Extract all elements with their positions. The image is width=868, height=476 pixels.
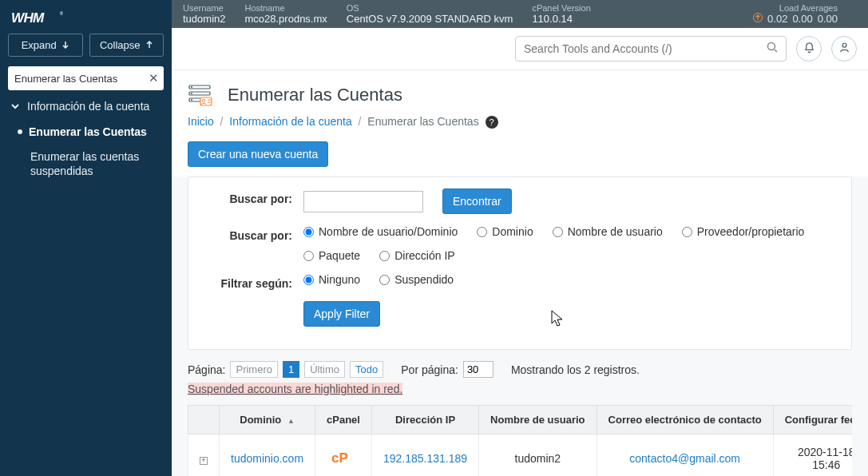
chevron-down-icon: [11, 100, 21, 113]
list-accounts-icon: [188, 83, 216, 107]
expand-label: Expand: [22, 39, 57, 51]
collapse-label: Collapse: [100, 39, 141, 51]
records-count-text: Mostrando los 2 registros.: [511, 363, 640, 376]
bell-icon: [803, 42, 815, 57]
svg-point-9: [191, 93, 192, 94]
sidebar-item-list-accounts[interactable]: Enumerar las Cuentas: [0, 119, 172, 145]
table-row: + tudominio.com cP 192.185.131.189 tudom…: [188, 434, 853, 477]
info-os: OS CentOS v7.9.2009 STANDARD kvm: [347, 3, 513, 25]
quick-search[interactable]: [515, 36, 787, 61]
domain-link[interactable]: tudominio.com: [231, 452, 303, 465]
user-menu-button[interactable]: [831, 36, 857, 61]
search-for-label: Buscar por:: [200, 188, 303, 205]
sidebar-search-input[interactable]: [14, 73, 149, 85]
sidebar-category-label: Información de la cuenta: [27, 100, 149, 113]
filter-by-label: Filtrar según:: [200, 273, 303, 290]
notifications-button[interactable]: [796, 36, 822, 61]
col-cpanel[interactable]: cPanel: [315, 406, 372, 434]
radio-ip[interactable]: Dirección IP: [379, 249, 454, 262]
pagination-bar: Página: Primero 1 Último Todo Por página…: [172, 350, 868, 400]
page-header: Enumerar las Cuentas: [172, 70, 868, 112]
cell-setup-date: 2020-11-18 15:46: [773, 434, 852, 477]
svg-text:cP: cP: [331, 450, 348, 466]
breadcrumb: Inicio / Información de la cuenta / Enum…: [172, 112, 868, 141]
email-link[interactable]: contacto4@gmail.com: [629, 452, 740, 465]
page-label: Página:: [188, 363, 225, 376]
svg-point-4: [842, 43, 846, 47]
arrow-up-icon: [145, 39, 153, 51]
svg-point-10: [191, 99, 192, 101]
search-icon[interactable]: [767, 42, 778, 56]
radio-user-domain[interactable]: Nombre de usuario/Dominio: [303, 225, 458, 238]
apply-filter-button[interactable]: Apply Filter: [303, 301, 380, 327]
sidebar: WHM ® Expand Collapse ✕: [0, 0, 172, 476]
sidebar-item-label: Enumerar las cuentas suspendidas: [30, 150, 139, 177]
info-hostname: Hostname mco28.prodns.mx: [244, 3, 327, 25]
search-by-label: Buscar por:: [200, 225, 303, 242]
radio-package[interactable]: Paquete: [303, 249, 360, 262]
page-1-button[interactable]: 1: [283, 361, 299, 378]
cell-user: tudomin2: [479, 434, 597, 477]
info-cpanel-version: cPanel Version 110.0.14: [532, 3, 590, 25]
info-username: Username tudomin2: [183, 3, 225, 25]
radio-filter-suspended[interactable]: Suspendido: [379, 273, 454, 286]
info-load-averages: Load Averages 0.02 0.00 0.00: [753, 3, 838, 25]
svg-text:WHM: WHM: [11, 10, 45, 26]
radio-domain[interactable]: Dominio: [477, 225, 533, 238]
search-filter-panel: Buscar por: Encontrar Buscar por: Nombre…: [188, 177, 852, 350]
expand-button[interactable]: Expand: [8, 34, 83, 57]
ip-link[interactable]: 192.185.131.189: [383, 452, 467, 465]
col-domain[interactable]: Dominio ▲: [220, 406, 315, 434]
sidebar-search[interactable]: ✕: [8, 66, 164, 90]
user-icon: [838, 42, 850, 57]
clear-search-icon[interactable]: ✕: [149, 71, 159, 85]
server-info-bar: Username tudomin2 Hostname mco28.prodns.…: [172, 0, 868, 28]
suspended-note: Suspended accounts are highlighted in re…: [188, 383, 402, 395]
page-first-button[interactable]: Primero: [230, 361, 278, 378]
svg-point-3: [768, 43, 775, 50]
help-icon[interactable]: ?: [486, 116, 498, 129]
accounts-table: Dominio ▲ cPanel Dirección IP Nombre de …: [188, 405, 852, 476]
radio-user[interactable]: Nombre de usuario: [553, 225, 663, 238]
page-last-button[interactable]: Último: [304, 361, 345, 378]
arrow-down-icon: [61, 39, 69, 51]
col-user[interactable]: Nombre de usuario: [479, 406, 597, 434]
find-button[interactable]: Encontrar: [442, 188, 512, 214]
sidebar-item-label: Enumerar las Cuentas: [29, 125, 147, 138]
content-area: Enumerar las Cuentas Inicio / Informació…: [172, 70, 868, 476]
row-expand-icon[interactable]: +: [200, 457, 208, 465]
main: Username tudomin2 Hostname mco28.prodns.…: [172, 0, 868, 476]
create-account-button[interactable]: Crear una nueva cuenta: [188, 141, 328, 167]
top-toolbar: [172, 28, 868, 70]
page-title: Enumerar las Cuentas: [228, 85, 402, 105]
breadcrumb-category[interactable]: Información de la cuenta: [229, 115, 351, 128]
sidebar-category-account-info[interactable]: Información de la cuenta: [0, 93, 172, 119]
collapse-button[interactable]: Collapse: [89, 34, 164, 57]
col-ip[interactable]: Dirección IP: [371, 406, 478, 434]
svg-text:®: ®: [60, 11, 64, 16]
radio-filter-none[interactable]: Ninguno: [303, 273, 360, 286]
page-all-button[interactable]: Todo: [350, 361, 383, 378]
col-email[interactable]: Correo electrónico de contacto: [597, 406, 773, 434]
sort-asc-icon: ▲: [287, 417, 295, 425]
breadcrumb-home[interactable]: Inicio: [188, 115, 214, 128]
whm-logo[interactable]: WHM ®: [0, 0, 172, 34]
per-page-label: Por página:: [401, 363, 458, 376]
quick-search-input[interactable]: [524, 42, 767, 55]
table-header-row: Dominio ▲ cPanel Dirección IP Nombre de …: [188, 406, 853, 434]
sidebar-item-list-suspended[interactable]: Enumerar las cuentas suspendidas: [0, 145, 172, 183]
search-input[interactable]: [303, 191, 423, 212]
radio-owner[interactable]: Proveedor/propietario: [682, 225, 805, 238]
cpanel-icon[interactable]: cP: [331, 450, 355, 468]
breadcrumb-current: Enumerar las Cuentas: [367, 115, 478, 128]
per-page-input[interactable]: [463, 361, 493, 378]
col-setup-date[interactable]: Configurar fecha: [773, 406, 852, 434]
bullet-icon: [18, 129, 22, 134]
load-up-icon: [753, 13, 763, 25]
svg-point-8: [191, 86, 192, 88]
